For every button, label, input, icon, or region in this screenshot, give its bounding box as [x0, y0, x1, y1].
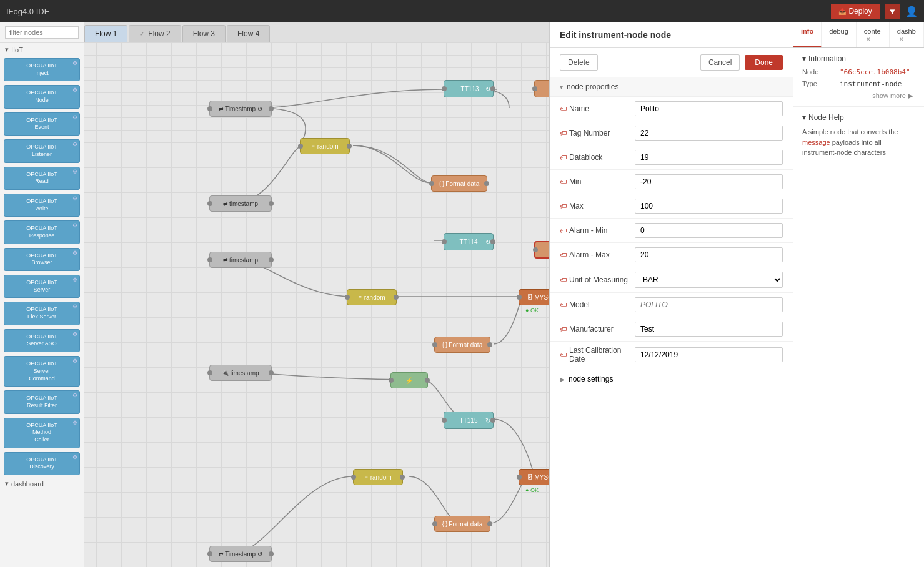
flow-node-tt115[interactable]: TT115 ↻ [444, 412, 494, 429]
tab-flow3-label: Flow 3 [193, 29, 215, 38]
main-layout: ▾ IIoT OPCUA IIoT Inject OPCUA IIoT Node… [0, 22, 924, 567]
flow-node-random-top[interactable]: ≡ random [300, 138, 350, 154]
flow-node-mysql-bottom[interactable]: 🗄 MYSQL ● OK [519, 469, 549, 485]
port-random-top-left [298, 144, 303, 149]
sidebar-node-opcua-server-aso[interactable]: OPCUA IIoT Server ASO [4, 329, 80, 352]
tab-flow4[interactable]: Flow 4 [227, 25, 270, 42]
filter-nodes-input[interactable] [5, 26, 79, 39]
tag-icon-manufacturer: 🏷 [560, 325, 567, 333]
field-datablock-input[interactable] [635, 150, 783, 165]
tab-dashb[interactable]: dashb ✕ [890, 22, 924, 47]
sidebar-node-opcua-flex-server[interactable]: OPCUA IIoT Flex Server [4, 302, 80, 325]
sidebar-node-opcua-response[interactable]: OPCUA IIoT Response [4, 220, 80, 244]
field-manufacturer-row: 🏷 Manufacturer [550, 317, 793, 342]
sidebar-node-opcua-read[interactable]: OPCUA IIoT Read [4, 167, 80, 190]
field-model-row: 🏷 Model [550, 293, 793, 317]
tab-conte[interactable]: conte ✕ [857, 22, 890, 47]
port-orange-tt114-left [533, 247, 538, 252]
node-settings-arrow-icon: ▶ [560, 376, 565, 383]
information-section: ▾ Information Node "66c5cce.1b008b4" Typ… [793, 48, 924, 106]
flow-node-random-bottom[interactable]: ≡ random [353, 469, 403, 485]
node-help-section-header[interactable]: ▾ Node Help [802, 113, 915, 122]
sidebar-node-opcua-inject[interactable]: OPCUA IIoT Inject [4, 58, 80, 81]
sidebar-section-dashboard[interactable]: ▾ dashboard [0, 477, 84, 490]
tab-debug[interactable]: debug [822, 22, 857, 47]
field-manufacturer-input[interactable] [635, 322, 783, 337]
flow-node-orange-tt114[interactable] [534, 241, 549, 259]
flow-node-orange-top[interactable] [534, 80, 549, 97]
deploy-dropdown-button[interactable]: ▼ [885, 4, 900, 19]
sidebar-node-opcua-server[interactable]: OPCUA IIoT Server [4, 275, 80, 298]
port-tt114-left [442, 239, 447, 244]
field-unit-select[interactable]: BAR PSI kPa MPa [635, 272, 783, 288]
canvas-area: Flow 1 ✓ Flow 2 Flow 3 Flow 4 [84, 22, 549, 567]
sidebar-node-opcua-node[interactable]: OPCUA IIoT Node [4, 85, 80, 108]
flow-node-random-mid[interactable]: ≡ random [347, 289, 397, 305]
port-ts-mid3-right [269, 370, 274, 375]
info-node-row: Node "66c5cce.1b008b4" [802, 68, 915, 76]
cancel-button[interactable]: Cancel [700, 54, 740, 71]
sidebar-node-opcua-result-filter[interactable]: OPCUA IIoT Result Filter [4, 390, 80, 413]
user-icon[interactable]: 👤 [905, 6, 918, 17]
port-green-mid-left [389, 378, 394, 383]
flow-node-tt113[interactable]: TT113 ↻ [444, 80, 494, 97]
sidebar-node-opcua-server-command[interactable]: OPCUA IIoT Server Command [4, 356, 80, 387]
flow-node-timestamp-mid3[interactable]: 🔌 timestamp [209, 365, 272, 381]
field-model-input[interactable] [635, 297, 783, 312]
delete-button[interactable]: Delete [560, 54, 598, 71]
sidebar-section-dashboard-label: dashboard [11, 480, 44, 488]
close-dashb-icon[interactable]: ✕ [899, 36, 904, 42]
app-title: IFog4.0 IDE [6, 7, 49, 16]
tab-flow2[interactable]: ✓ Flow 2 [129, 25, 181, 42]
sidebar-node-opcua-event[interactable]: OPCUA IIoT Event [4, 112, 80, 136]
info-type-row: Type instrument-node [802, 80, 915, 88]
flow-node-timestamp-bottom[interactable]: ⇄ Timestamp ↺ [209, 546, 272, 562]
flow-node-timestamp-top[interactable]: ⇄ Timestamp ↺ [209, 101, 272, 117]
sidebar-node-opcua-listener[interactable]: OPCUA IIoT Listener [4, 139, 80, 162]
tab-flow3[interactable]: Flow 3 [182, 25, 226, 42]
tag-icon-name: 🏷 [560, 105, 567, 112]
deploy-button[interactable]: 📤 Deploy [831, 4, 879, 19]
close-conte-icon[interactable]: ✕ [866, 36, 871, 42]
flow-node-format-data-mid[interactable]: { } Format data [434, 337, 490, 353]
field-alarm-min-input[interactable] [635, 223, 783, 238]
tab-flow1[interactable]: Flow 1 [84, 25, 127, 42]
flow-node-green-mid[interactable]: ⚡ [390, 372, 428, 388]
flow-canvas[interactable]: TT113 ↻ ⇄ Timestamp ↺ ≡ random [84, 42, 549, 567]
node-help-collapse-icon: ▾ [802, 113, 806, 122]
sidebar-node-opcua-browser[interactable]: OPCUA IIoT Browser [4, 248, 80, 271]
field-alarm-max-row: 🏷 Alarm - Max [550, 243, 793, 267]
tag-icon-alarm-min: 🏷 [560, 227, 567, 234]
field-alarm-max-input[interactable] [635, 247, 783, 262]
field-max-row: 🏷 Max [550, 194, 793, 219]
field-min-input[interactable] [635, 174, 783, 189]
tab-debug-label: debug [829, 27, 848, 35]
sidebar-node-opcua-write[interactable]: OPCUA IIoT Write [4, 194, 80, 217]
tab-info[interactable]: info [793, 22, 822, 47]
port-timestamp-mid-left [207, 201, 212, 206]
flow-node-format-data-top[interactable]: { } Format data [431, 175, 487, 192]
help-highlight-message: message [802, 139, 830, 146]
information-section-header[interactable]: ▾ Information [802, 54, 915, 63]
field-calibration-input[interactable] [635, 347, 783, 362]
flow-node-mysql-mid[interactable]: 🗄 MYSQL ● OK [519, 289, 549, 305]
flow-node-timestamp-mid[interactable]: ⇄ timestamp [209, 195, 272, 212]
sidebar-node-opcua-discovery[interactable]: OPCUA IIoT Discovery [4, 452, 80, 475]
sidebar-node-opcua-method-caller[interactable]: OPCUA IIoT Method Caller [4, 418, 80, 448]
field-min-label: 🏷 Min [560, 177, 635, 186]
flow-node-timestamp-mid2[interactable]: ⇄ timestamp [209, 252, 272, 268]
done-button[interactable]: Done [745, 55, 783, 70]
arrow-icon: ▾ [5, 46, 9, 54]
show-more-link[interactable]: show more ▶ [802, 92, 915, 100]
edit-panel-header: Edit instrument-node node [550, 22, 793, 48]
node-help-label: Node Help [808, 113, 844, 122]
sidebar-section-iiot[interactable]: ▾ IIoT [0, 43, 84, 56]
flow-node-format-data-bottom[interactable]: { } Format data [434, 516, 490, 532]
field-tagnumber-input[interactable] [635, 126, 783, 141]
field-tagnumber-label: 🏷 Tag Number [560, 129, 635, 137]
field-max-input[interactable] [635, 199, 783, 214]
node-properties-section[interactable]: ▾ node properties [550, 77, 793, 97]
node-settings-section[interactable]: ▶ node settings [550, 368, 793, 390]
flow-node-tt114[interactable]: TT114 ↻ [444, 233, 494, 250]
field-name-input[interactable] [635, 101, 783, 116]
